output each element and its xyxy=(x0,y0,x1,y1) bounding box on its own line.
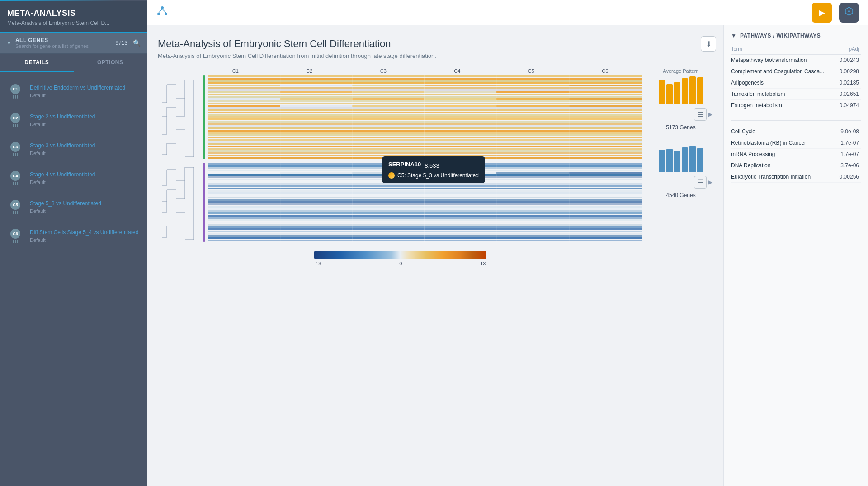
svg-rect-45 xyxy=(208,112,642,113)
cluster-badge: C3 xyxy=(6,139,24,159)
cluster-name[interactable]: Stage 5_3 vs Undifferentiated xyxy=(30,200,141,208)
right-panel: ▼ PATHWAYS / WIKIPATHWAYS Term pAdj Meta… xyxy=(723,25,868,486)
svg-rect-30 xyxy=(280,98,352,100)
svg-rect-73 xyxy=(208,165,642,167)
pathway-row[interactable]: Complement and Coagulation Casca... 0.00… xyxy=(731,66,861,77)
cluster-item-c6[interactable]: C6 Diff Stem Cells Stage 5_4 vs Undiffer… xyxy=(0,222,147,250)
cluster-info: Stage 5_3 vs Undifferentiated Default xyxy=(30,200,141,214)
sidebar-search-bar: ▼ ALL GENES Search for gene or a list of… xyxy=(0,33,147,54)
svg-rect-86 xyxy=(208,183,642,185)
search-icon[interactable]: 🔍 xyxy=(133,39,141,47)
cluster-item-c3[interactable]: C3 Stage 3 vs Undifferentiated Default xyxy=(0,135,147,164)
cluster-name[interactable]: Stage 2 vs Undifferentiated xyxy=(30,113,141,121)
sidebar-title: META-ANALYSIS xyxy=(7,9,140,18)
svg-rect-42 xyxy=(569,105,642,107)
pathway-row[interactable]: Metapathway biotransformation 0.00243 xyxy=(731,55,861,66)
pathway-row[interactable]: mRNA Processing 1.7e-07 xyxy=(731,149,861,160)
svg-rect-15 xyxy=(352,85,424,86)
column-labels: C1 C2 C3 C4 C5 C6 xyxy=(158,68,642,74)
pathway-row[interactable]: Tamoxifen metabolism 0.02651 xyxy=(731,89,861,100)
pathways-title: PATHWAYS / WIKIPATHWAYS xyxy=(740,33,821,39)
svg-rect-61 xyxy=(208,148,642,150)
svg-rect-105 xyxy=(208,226,642,228)
pathway-row[interactable]: DNA Replication 3.7e-06 xyxy=(731,160,861,171)
svg-rect-17 xyxy=(496,85,569,86)
svg-rect-37 xyxy=(208,105,280,107)
cluster-default: Default xyxy=(30,237,141,243)
pathway-row[interactable]: Retinoblastoma (RB) in Cancer 1.7e-07 xyxy=(731,137,861,149)
pathway-row[interactable]: Estrogen metabolism 0.04974 xyxy=(731,100,861,111)
avg-bar-s1-1 xyxy=(666,84,673,104)
cluster-circle: C2 xyxy=(10,113,20,123)
hex-button[interactable] xyxy=(839,3,859,23)
tab-options[interactable]: OPTIONS xyxy=(74,54,147,72)
svg-rect-82 xyxy=(208,174,642,176)
avg-chevron-1[interactable]: ▶ xyxy=(708,111,712,118)
cluster-item-c5[interactable]: C5 Stage 5_3 vs Undifferentiated Default xyxy=(0,193,147,222)
cluster-item-c1[interactable]: C1 Definitive Endoderm vs Undifferentiat… xyxy=(0,77,147,106)
cluster-name[interactable]: Diff Stem Cells Stage 5_4 vs Undifferent… xyxy=(30,229,141,236)
cluster-item-c4[interactable]: C4 Stage 4 vs Undifferentiated Default xyxy=(0,164,147,193)
pathway-row[interactable]: Adipogenesis 0.02185 xyxy=(731,77,861,89)
cluster-default: Default xyxy=(30,93,141,98)
pathway-term: Eukaryotic Transcription Initiation xyxy=(731,171,834,183)
tab-details[interactable]: DETAILS xyxy=(0,54,74,72)
play-icon: ▶ xyxy=(819,8,825,18)
pathway-term: Metapathway biotransformation xyxy=(731,55,837,66)
avg-pattern-label: Average Pattern xyxy=(649,68,712,74)
cluster-item-c2[interactable]: C2 Stage 2 vs Undifferentiated Default xyxy=(0,106,147,135)
avg-filter-icon-1[interactable]: ☰ xyxy=(694,108,707,121)
col-label-c2: C2 xyxy=(273,68,347,74)
avg-bar-s2-5 xyxy=(697,148,703,172)
heatmap-svg-lower[interactable] xyxy=(202,163,642,242)
heatmap-svg-upper[interactable] xyxy=(202,75,642,159)
svg-rect-60 xyxy=(208,146,642,147)
svg-rect-64 xyxy=(208,155,642,156)
pathway-term: Estrogen metabolism xyxy=(731,100,837,111)
avg-chevron-2[interactable]: ▶ xyxy=(708,179,712,185)
cluster-name[interactable]: Stage 3 vs Undifferentiated xyxy=(30,142,141,150)
play-button[interactable]: ▶ xyxy=(812,3,832,23)
svg-rect-92 xyxy=(208,197,642,198)
svg-rect-24 xyxy=(425,91,496,93)
heatmap-wrapper: C1 C2 C3 C4 C5 C6 xyxy=(158,68,642,266)
col-label-c6: C6 xyxy=(568,68,642,74)
download-button[interactable]: ⬇ xyxy=(701,36,716,52)
pathway-toggle[interactable]: ▼ xyxy=(731,33,736,39)
svg-rect-48 xyxy=(208,118,642,120)
svg-rect-41 xyxy=(496,105,569,107)
svg-rect-104 xyxy=(208,224,642,226)
svg-rect-85 xyxy=(208,181,642,183)
pathway-term: Retinoblastoma (RB) in Cancer xyxy=(731,137,834,149)
svg-rect-54 xyxy=(208,132,642,134)
svg-rect-47 xyxy=(208,116,642,118)
cluster-name[interactable]: Definitive Endoderm vs Undifferentiated xyxy=(30,85,141,92)
cluster-circle: C1 xyxy=(10,84,20,94)
cluster-info: Diff Stem Cells Stage 5_4 vs Undifferent… xyxy=(30,229,141,243)
pathway-row[interactable]: Cell Cycle 9.0e-08 xyxy=(731,126,861,137)
avg-bar-s1-5 xyxy=(697,77,703,104)
avg-bar-s1-2 xyxy=(674,82,680,104)
cluster-name[interactable]: Stage 4 vs Undifferentiated xyxy=(30,171,141,179)
cluster-badge: C2 xyxy=(6,110,24,130)
col-label-c4: C4 xyxy=(420,68,495,74)
svg-rect-51 xyxy=(208,125,642,127)
svg-rect-13 xyxy=(208,85,280,86)
svg-rect-57 xyxy=(208,139,642,141)
svg-rect-78 xyxy=(352,172,424,174)
avg-bar-s2-2 xyxy=(674,151,680,172)
svg-rect-22 xyxy=(280,91,352,93)
pathway-row[interactable]: Eukaryotic Transcription Initiation 0.00… xyxy=(731,171,861,183)
cluster-badge: C1 xyxy=(6,81,24,101)
svg-rect-77 xyxy=(280,172,352,174)
heatmap-lower-grid xyxy=(202,163,642,244)
svg-rect-102 xyxy=(208,219,642,221)
cluster-default: Default xyxy=(30,208,141,214)
cluster-lines xyxy=(13,182,18,185)
svg-rect-18 xyxy=(569,85,642,86)
svg-rect-96 xyxy=(208,206,642,208)
pathway-col-padj: pAdj xyxy=(837,44,861,55)
avg-filter-icon-2[interactable]: ☰ xyxy=(694,176,707,189)
avg-bar-s1-0 xyxy=(659,80,665,104)
search-expand-icon[interactable]: ▼ xyxy=(6,40,12,46)
